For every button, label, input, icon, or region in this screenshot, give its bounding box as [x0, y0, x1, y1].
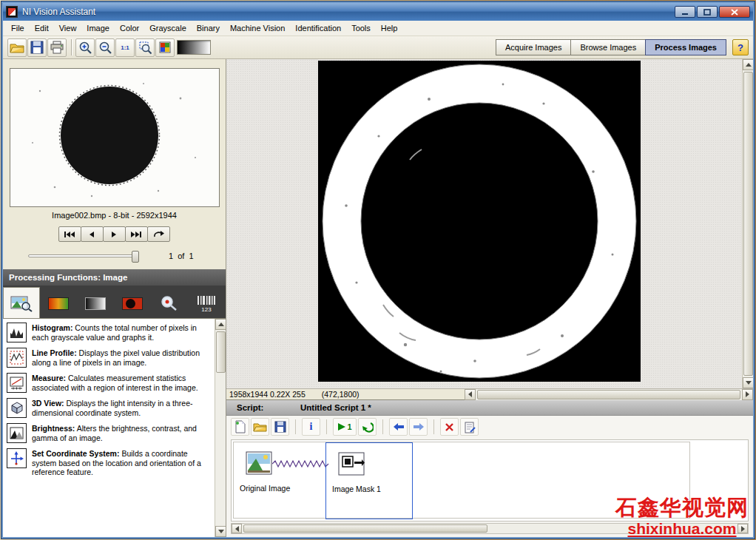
zoom-one-to-one-button[interactable]: 1:1: [115, 38, 135, 57]
script-toolbar: i 1: [226, 416, 753, 438]
minimize-button[interactable]: [675, 6, 695, 18]
function-item-set-coordinate-system[interactable]: Set Coordinate System: Builds a coordina…: [7, 448, 211, 477]
tab-identification[interactable]: 123: [188, 288, 225, 318]
delete-step-button[interactable]: [440, 418, 459, 436]
help-button[interactable]: ?: [732, 39, 749, 55]
function-item-text: Measure: Calculates measurement statisti…: [32, 373, 211, 392]
scroll-left-icon: [468, 391, 472, 397]
image-caption: Image002.bmp - 8-bit - 2592x1944: [3, 211, 226, 221]
script-scroll-left-button[interactable]: [232, 524, 242, 533]
next-image-button[interactable]: [103, 226, 126, 242]
process-images-button[interactable]: Process Images: [645, 39, 726, 55]
tab-binary[interactable]: [114, 288, 151, 318]
edit-step-button[interactable]: [460, 418, 479, 436]
close-button[interactable]: [719, 6, 750, 18]
browse-images-button[interactable]: Browse Images: [570, 39, 646, 55]
viewer-vertical-scrollbar[interactable]: [742, 59, 753, 388]
delete-x-icon: [445, 422, 454, 432]
viewer-hscroll-thumb[interactable]: [477, 390, 740, 399]
processing-function-list: Histogram: Counts the total number of pi…: [3, 318, 226, 537]
menu-identification[interactable]: Identification: [290, 21, 346, 35]
save-image-button[interactable]: [27, 38, 47, 57]
new-script-button[interactable]: [231, 418, 249, 436]
step-label: Original Image: [240, 484, 290, 493]
image-slider-row: 1 of 1: [3, 250, 226, 262]
viewer-scroll-left-button[interactable]: [465, 389, 476, 400]
desktop: { "window": { "title": "NI Vision Assist…: [0, 0, 756, 540]
zoom-in-button[interactable]: [75, 38, 95, 57]
tab-machine-vision[interactable]: [151, 288, 188, 318]
first-image-button[interactable]: [58, 226, 81, 242]
scroll-thumb[interactable]: [216, 331, 226, 373]
image-slider[interactable]: [28, 254, 138, 257]
mask-image: [318, 61, 641, 382]
zoom-out-button[interactable]: [95, 38, 115, 57]
viewer-scroll-thumb[interactable]: [743, 72, 753, 376]
menu-help[interactable]: Help: [376, 21, 403, 35]
viewer-horizontal-scrollbar[interactable]: [465, 389, 753, 400]
script-step-image-mask[interactable]: Image Mask 1: [325, 442, 413, 519]
identification-tab-icon: 123: [196, 294, 217, 312]
right-column: 1958x1944 0.22X 255 (472,1800) Script:: [226, 59, 753, 537]
last-image-button[interactable]: [125, 226, 148, 242]
toolbar-separator: [382, 419, 383, 434]
script-step-original-image[interactable]: Original Image: [234, 442, 321, 519]
toolbar-separator: [71, 39, 72, 55]
image-slider-handle[interactable]: [132, 251, 139, 263]
tab-grayscale[interactable]: [77, 288, 114, 318]
zoom-out-icon: [98, 41, 112, 55]
watermark-chinese-text: 石鑫华视觉网: [615, 496, 749, 520]
tab-image[interactable]: [3, 287, 40, 318]
menu-file[interactable]: File: [6, 21, 30, 35]
image-count: 1 of 1: [169, 252, 194, 260]
scroll-up-button[interactable]: [215, 319, 226, 330]
function-list-scrollbar[interactable]: [215, 319, 226, 537]
function-item-text: Histogram: Counts the total number of pi…: [32, 323, 211, 342]
acquire-images-button[interactable]: Acquire Images: [496, 39, 571, 55]
viewer-scroll-right-button[interactable]: [742, 389, 753, 400]
step-info-button[interactable]: i: [302, 418, 320, 436]
menu-grayscale[interactable]: Grayscale: [144, 21, 192, 35]
menu-image[interactable]: Image: [81, 21, 115, 35]
image-viewer[interactable]: [226, 59, 753, 388]
viewer-status-bar: 1958x1944 0.22X 255 (472,1800): [226, 388, 753, 399]
image-info-button[interactable]: [155, 38, 175, 57]
three-d-view-icon: [7, 398, 27, 418]
loop-images-button[interactable]: [147, 226, 170, 242]
menu-tools[interactable]: Tools: [346, 21, 376, 35]
menu-view[interactable]: View: [54, 21, 82, 35]
maximize-button[interactable]: [697, 6, 718, 18]
run-script-button[interactable]: [358, 418, 377, 436]
tab-color[interactable]: [40, 288, 77, 318]
menu-color[interactable]: Color: [115, 21, 144, 35]
scroll-right-icon: [746, 391, 749, 397]
function-item-text: 3D View: Displays the light intensity in…: [32, 398, 211, 417]
titlebar[interactable]: NI Vision Assistant: [3, 3, 753, 21]
script-hscroll-thumb[interactable]: [243, 524, 487, 533]
zoom-in-icon: [78, 41, 92, 55]
print-button[interactable]: [47, 38, 67, 57]
viewer-scroll-up-button[interactable]: [743, 59, 753, 70]
function-item-brightness[interactable]: Brightness: Alters the brightness, contr…: [7, 423, 211, 443]
function-item-histogram[interactable]: Histogram: Counts the total number of pi…: [7, 323, 211, 342]
menu-machine-vision[interactable]: Machine Vision: [225, 21, 290, 35]
menu-binary[interactable]: Binary: [192, 21, 225, 35]
previous-image-button[interactable]: [81, 226, 104, 242]
save-script-button[interactable]: [271, 418, 289, 436]
open-image-button[interactable]: [7, 38, 27, 57]
scroll-down-button[interactable]: [215, 526, 226, 537]
function-item-measure[interactable]: Measure: Calculates measurement statisti…: [7, 373, 211, 393]
viewer-scroll-down-button[interactable]: [743, 377, 753, 388]
palette-gradient-selector[interactable]: [177, 40, 211, 55]
menu-edit[interactable]: Edit: [30, 21, 54, 35]
function-item-text: Brightness: Alters the brightness, contr…: [32, 423, 211, 442]
open-script-button[interactable]: [251, 418, 269, 436]
step-forward-button[interactable]: [409, 418, 428, 436]
zoom-to-fit-button[interactable]: [135, 38, 155, 57]
function-item-text: Set Coordinate System: Builds a coordina…: [32, 448, 211, 477]
step-backward-button[interactable]: [389, 418, 408, 436]
function-item-3d-view[interactable]: 3D View: Displays the light intensity in…: [7, 398, 211, 418]
processed-image[interactable]: [318, 61, 641, 382]
function-item-line-profile[interactable]: Line Profile: Displays the pixel value d…: [7, 348, 211, 368]
run-once-button[interactable]: 1: [333, 418, 357, 436]
